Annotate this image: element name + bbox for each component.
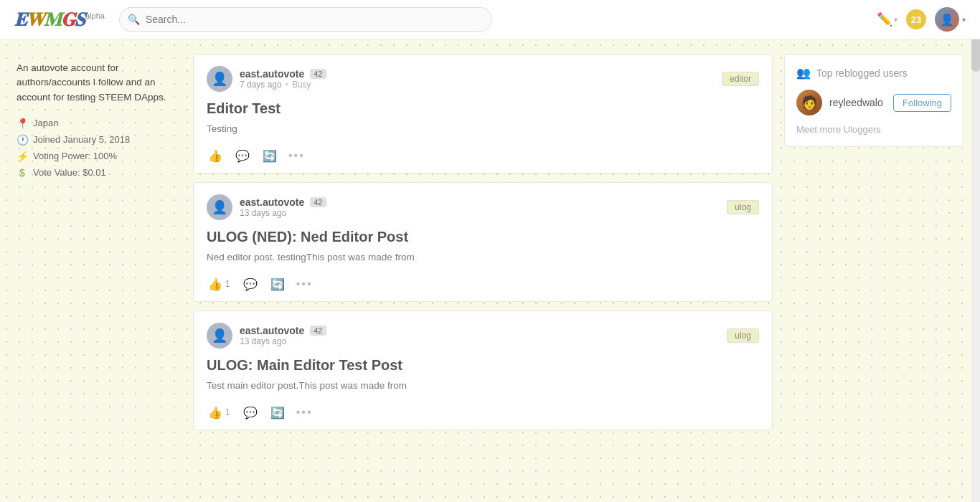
post-title[interactable]: Editor Test xyxy=(207,100,759,117)
post-tag: ulog xyxy=(727,328,759,343)
search-bar: 🔍 xyxy=(119,7,492,32)
post-card: 👤 east.autovote 42 13 days ago ulog ULOG… xyxy=(193,311,773,430)
post-time: 13 days ago xyxy=(240,336,286,346)
post-author-rep: 42 xyxy=(310,69,326,79)
avatar-chevron-icon: ▾ xyxy=(962,16,966,24)
meet-more-uloggers[interactable]: Meet more Uloggers xyxy=(796,124,951,135)
scrollbar[interactable] xyxy=(971,0,980,502)
reblog-button[interactable]: 🔄 xyxy=(261,148,278,164)
reblog-icon: 🔄 xyxy=(270,406,285,420)
comment-button[interactable]: 💬 xyxy=(242,276,259,293)
post-author-name-row: east.autovote 42 xyxy=(240,68,326,80)
left-sidebar: An autovote account for authors/accounts… xyxy=(17,54,182,430)
upvote-button[interactable]: 👍 1 xyxy=(207,404,232,421)
dollar-icon: $ xyxy=(17,167,28,179)
sidebar-location: 📍 Japan xyxy=(17,118,182,129)
post-excerpt: Ned editor post. testingThis post was ma… xyxy=(207,251,759,265)
post-author-row: 👤 east.autovote 42 13 days ago xyxy=(207,194,326,220)
post-author-rep: 42 xyxy=(310,197,326,207)
clock-icon: 🕐 xyxy=(17,134,28,146)
avatar-image: 👤 xyxy=(940,13,954,27)
post-card: 👤 east.autovote 42 13 days ago ulog ULOG… xyxy=(193,182,773,302)
post-author-name[interactable]: east.autovote xyxy=(240,68,304,80)
right-card-title: 👥 Top reblogged users xyxy=(796,66,951,80)
post-card: 👤 east.autovote 42 7 days ago • Busy e xyxy=(193,54,773,174)
post-author-name[interactable]: east.autovote xyxy=(240,196,304,208)
post-author-rep: 42 xyxy=(310,326,326,336)
search-input[interactable] xyxy=(119,7,492,32)
main-layout: An autovote account for authors/accounts… xyxy=(9,39,971,445)
post-author-name-row: east.autovote 42 xyxy=(240,325,326,336)
post-header: 👤 east.autovote 42 13 days ago ulog xyxy=(207,323,759,349)
header: 𝐄𝐖𝐌𝐆𝐒 alpha 🔍 ✏️ ▾ 23 👤 ▾ xyxy=(0,0,980,39)
bolt-icon: ⚡ xyxy=(17,151,28,162)
post-title[interactable]: ULOG (NED): Ned Editor Post xyxy=(207,229,759,245)
sidebar-bio: An autovote account for authors/accounts… xyxy=(17,61,182,105)
upvote-count: 1 xyxy=(225,279,230,289)
user-avatar-button[interactable]: 👤 ▾ xyxy=(935,7,966,32)
reblog-button[interactable]: 🔄 xyxy=(269,404,286,421)
upvote-button[interactable]: 👍 xyxy=(207,148,224,164)
right-card-reblog: 👥 Top reblogged users 🧑 reyleedwalo Foll… xyxy=(784,54,963,147)
logo-alpha-label: alpha xyxy=(85,11,105,20)
post-author-info: east.autovote 42 13 days ago xyxy=(240,196,326,218)
post-actions: 👍 💬 🔄 ••• xyxy=(207,145,759,164)
post-meta-time: 13 days ago xyxy=(240,336,326,346)
post-author-row: 👤 east.autovote 42 13 days ago xyxy=(207,323,326,349)
post-author-name[interactable]: east.autovote xyxy=(240,325,304,336)
comment-icon: 💬 xyxy=(235,149,250,163)
more-options-button[interactable]: ••• xyxy=(296,406,313,419)
post-author-row: 👤 east.autovote 42 7 days ago • Busy xyxy=(207,66,326,92)
location-icon: 📍 xyxy=(17,118,28,129)
feed: 👤 east.autovote 42 7 days ago • Busy e xyxy=(193,54,773,430)
post-tag: editor xyxy=(722,72,759,86)
sidebar-vote-value-text: Vote Value: $0.01 xyxy=(33,167,106,178)
post-header: 👤 east.autovote 42 7 days ago • Busy e xyxy=(207,66,759,92)
following-button[interactable]: Following xyxy=(893,94,951,112)
post-avatar: 👤 xyxy=(207,66,232,92)
more-options-button[interactable]: ••• xyxy=(288,149,305,162)
reblog-avatar-img: 🧑 xyxy=(801,95,817,110)
post-header: 👤 east.autovote 42 13 days ago ulog xyxy=(207,194,759,220)
comment-button[interactable]: 💬 xyxy=(234,148,251,164)
upvote-count: 1 xyxy=(225,407,230,417)
post-author-name-row: east.autovote 42 xyxy=(240,196,326,208)
post-time: 13 days ago xyxy=(240,208,286,218)
header-right: ✏️ ▾ 23 👤 ▾ xyxy=(877,7,966,32)
dot-separator: • xyxy=(286,80,288,90)
more-options-button[interactable]: ••• xyxy=(296,278,313,290)
post-tag: ulog xyxy=(727,200,759,214)
reblog-icon: 🔄 xyxy=(270,278,285,291)
post-title[interactable]: ULOG: Main Editor Test Post xyxy=(207,357,759,374)
logo[interactable]: 𝐄𝐖𝐌𝐆𝐒 alpha xyxy=(14,9,105,31)
post-meta-time: 13 days ago xyxy=(240,208,326,218)
comment-button[interactable]: 💬 xyxy=(242,404,259,421)
upvote-button[interactable]: 👍 1 xyxy=(207,276,232,293)
reblog-user-row: 🧑 reyleedwalo Following xyxy=(796,90,951,115)
write-button[interactable]: ✏️ ▾ xyxy=(877,11,897,27)
reblog-user-name[interactable]: reyleedwalo xyxy=(829,97,886,108)
reblog-button[interactable]: 🔄 xyxy=(269,276,286,293)
sidebar-voting-power: ⚡ Voting Power: 100% xyxy=(17,151,182,162)
notification-badge[interactable]: 23 xyxy=(906,9,926,29)
post-author-info: east.autovote 42 7 days ago • Busy xyxy=(240,68,326,90)
comment-icon: 💬 xyxy=(243,278,258,291)
post-meta-time: 7 days ago • Busy xyxy=(240,80,326,90)
sidebar-location-text: Japan xyxy=(33,118,58,128)
sidebar-vote-value: $ Vote Value: $0.01 xyxy=(17,167,182,179)
sidebar-joined: 🕐 Joined January 5, 2018 xyxy=(17,134,182,146)
post-avatar: 👤 xyxy=(207,323,232,349)
post-avatar: 👤 xyxy=(207,194,232,220)
post-time: 7 days ago xyxy=(240,80,282,90)
thumbs-up-icon: 👍 xyxy=(208,149,222,163)
thumbs-up-icon: 👍 xyxy=(208,278,222,291)
post-excerpt: Test main editor post.This post was made… xyxy=(207,379,759,393)
search-icon: 🔍 xyxy=(128,14,140,25)
comment-icon: 💬 xyxy=(243,406,258,420)
avatar: 👤 xyxy=(935,7,959,32)
thumbs-up-icon: 👍 xyxy=(208,406,222,420)
sidebar-voting-power-text: Voting Power: 100% xyxy=(33,151,117,161)
post-actions: 👍 1 💬 🔄 ••• xyxy=(207,273,759,293)
pencil-icon: ✏️ xyxy=(877,11,892,27)
right-card-title-text: Top reblogged users xyxy=(816,67,908,79)
